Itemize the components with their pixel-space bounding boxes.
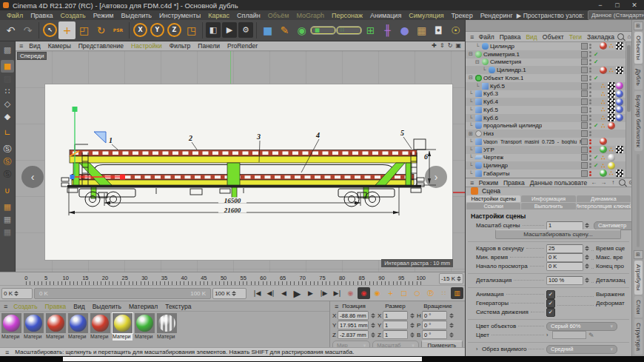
texture-tag-icon[interactable]: ∴ bbox=[608, 67, 615, 74]
object-menu-Правка[interactable]: Правка bbox=[497, 33, 523, 41]
material-menu-Правка[interactable]: Правка bbox=[41, 303, 70, 310]
viewport-menu-Представление[interactable]: Представление bbox=[75, 42, 127, 50]
status-menu-icon[interactable]: ≡ bbox=[3, 349, 11, 356]
visibility-toggle[interactable] bbox=[581, 122, 588, 129]
rotation-b-field[interactable]: B0 ° bbox=[417, 330, 454, 339]
tab-Информация[interactable]: Информация bbox=[521, 195, 575, 202]
lock-x-axis-button[interactable]: X bbox=[132, 21, 149, 39]
next-frame-button[interactable]: ▶ bbox=[304, 287, 317, 299]
field-checkbox[interactable]: ✓ bbox=[546, 290, 555, 299]
tab-Динамика[interactable]: Динамика bbox=[577, 195, 631, 202]
object-row-Цилиндр[interactable]: └Цилиндр∴ bbox=[466, 42, 631, 50]
phong-tag-icon[interactable] bbox=[616, 67, 623, 74]
enable-dots[interactable] bbox=[589, 44, 592, 50]
material-tag-icon[interactable] bbox=[616, 114, 623, 121]
node-space-select[interactable]: Данное (Стандартный/Физический)▾ bbox=[588, 10, 644, 20]
object-row-Низ[interactable]: ⊞Низ bbox=[466, 130, 631, 138]
enable-dots[interactable] bbox=[589, 155, 592, 161]
enable-dots[interactable] bbox=[589, 171, 592, 177]
menu-Анимация[interactable]: Анимация bbox=[366, 12, 405, 19]
expand-icon[interactable]: ⊟ bbox=[468, 75, 474, 81]
texture-tag-icon[interactable]: ∴ bbox=[600, 90, 607, 98]
key-pla-button[interactable]: ∷ bbox=[437, 287, 450, 299]
visibility-toggle[interactable] bbox=[581, 75, 588, 81]
tab-Выполнить[interactable]: Выполнить bbox=[521, 203, 575, 210]
object-row-Куб.5[interactable]: └Куб.5∴ bbox=[466, 106, 631, 114]
rotate-view-right-button[interactable]: › bbox=[425, 166, 447, 188]
object-row-Куб.3[interactable]: └Куб.3∴ bbox=[466, 90, 631, 98]
object-menu-Вид[interactable]: Вид bbox=[523, 33, 540, 41]
material-swatch-2[interactable]: Матери bbox=[24, 313, 44, 341]
phong-tag-icon[interactable] bbox=[608, 82, 615, 90]
field-input[interactable]: 0 K bbox=[546, 262, 583, 271]
object-row-продольный цилиндр[interactable]: └продольный цилиндр✓∴ bbox=[466, 122, 631, 130]
viewport-menu-ProRender[interactable]: ProRender bbox=[224, 42, 261, 50]
record-disabled-icon[interactable]: ◉ bbox=[344, 287, 357, 299]
visibility-toggle[interactable] bbox=[581, 43, 588, 50]
menu-Сплайн[interactable]: Сплайн bbox=[233, 12, 264, 19]
material-menu-Вид[interactable]: Вид bbox=[70, 303, 88, 310]
volume-button[interactable]: ● bbox=[396, 21, 413, 39]
material-menu-Текстура[interactable]: Текстура bbox=[161, 303, 195, 310]
object-row-Габариты[interactable]: └Габариты∴ bbox=[466, 170, 631, 178]
object-row-Симметрия[interactable]: ⊟Симметрия✓ bbox=[466, 58, 631, 67]
object-row-Симметрия.1[interactable]: ⊟Симметрия.1✓ bbox=[466, 50, 631, 58]
panel-tab-Объекты[interactable]: Объекты bbox=[634, 32, 643, 64]
enable-dots[interactable] bbox=[589, 147, 592, 152]
material-swatch-1[interactable]: Матери bbox=[1, 313, 22, 341]
position-y-field[interactable]: Y17.951 mm bbox=[332, 321, 375, 329]
tab-Настройки сцены[interactable]: Настройки сцены bbox=[466, 195, 520, 202]
render-view-button[interactable]: ◧ bbox=[206, 22, 221, 38]
scale-scene-button[interactable]: Масштабировать сцену... bbox=[495, 229, 621, 239]
enable-dots[interactable] bbox=[589, 139, 592, 145]
object-menu-Теги[interactable]: Теги bbox=[566, 33, 584, 41]
search-icon[interactable] bbox=[617, 33, 624, 40]
field-input[interactable]: 25 bbox=[546, 244, 583, 253]
enable-dots[interactable] bbox=[589, 51, 592, 57]
object-row-УГР[interactable]: └УГР∴ bbox=[466, 146, 631, 154]
workplane-lock-button[interactable]: ▦ bbox=[1, 213, 14, 226]
enable-dots[interactable] bbox=[589, 163, 592, 169]
lock-y-axis-button[interactable]: Y bbox=[149, 21, 166, 39]
material-tag-icon[interactable] bbox=[600, 170, 607, 177]
enable-dots[interactable] bbox=[589, 59, 592, 65]
material-tag-icon[interactable] bbox=[616, 90, 623, 98]
expand-icon[interactable]: ⊟ bbox=[474, 59, 480, 65]
enable-dots[interactable] bbox=[589, 115, 592, 121]
enable-dots[interactable] bbox=[589, 99, 592, 105]
field-input[interactable]: 100 % bbox=[546, 276, 583, 285]
material-tag-icon[interactable] bbox=[600, 67, 607, 74]
material-tag-icon[interactable] bbox=[616, 106, 623, 113]
enable-dots[interactable] bbox=[589, 107, 592, 113]
field-select[interactable]: Средний▾ bbox=[546, 345, 617, 354]
menu-Каркас[interactable]: Каркас bbox=[204, 12, 233, 19]
make-editable-button[interactable]: ▩ bbox=[1, 44, 14, 56]
visibility-toggle[interactable] bbox=[581, 98, 588, 105]
panel-tab-Атрибуты[interactable]: Атрибуты bbox=[634, 261, 643, 295]
object-row-Vagon_Transport_masini_0.725_-_boghiu_R1[interactable]: └Vagon_Transport_masini_0.725_-_boghiu_R… bbox=[466, 138, 631, 146]
array-button[interactable]: ⊞ bbox=[362, 21, 379, 39]
object-menu-Файл[interactable]: Файл bbox=[476, 33, 497, 41]
timeline-ruler[interactable]: 0510152025303540455055606570758085909510… bbox=[0, 272, 465, 286]
texture-tag-icon[interactable]: ∴ bbox=[608, 146, 615, 153]
viewport-menu-Фильтр[interactable]: Фильтр bbox=[166, 42, 195, 50]
recent-tool-psr[interactable]: PSR bbox=[110, 21, 127, 39]
timeline-range-slider[interactable]: 0 K100 K bbox=[34, 288, 211, 299]
generator-button[interactable]: ■ bbox=[310, 26, 336, 35]
scale-handle[interactable] bbox=[94, 132, 106, 143]
material-tag-icon[interactable] bbox=[600, 146, 607, 153]
spline-pen-button[interactable]: ✎ bbox=[276, 21, 293, 39]
texture-tag-icon[interactable]: ∴ bbox=[600, 162, 607, 170]
position-x-field[interactable]: X-88.86 mm bbox=[332, 311, 375, 320]
quantize-button[interactable]: Ⓢ bbox=[1, 168, 14, 181]
phong-tag-icon[interactable] bbox=[616, 170, 623, 177]
visibility-toggle[interactable] bbox=[581, 83, 588, 90]
rotate-tool[interactable]: ↻ bbox=[93, 21, 110, 39]
enabled-check-icon[interactable]: ✓ bbox=[594, 162, 600, 169]
up-arrow-icon[interactable]: ↑ bbox=[609, 178, 617, 187]
visibility-toggle[interactable] bbox=[581, 170, 588, 177]
texture-tag-icon[interactable]: ∴ bbox=[600, 154, 607, 161]
phong-tag-icon[interactable] bbox=[608, 106, 615, 113]
object-menu-Объект[interactable]: Объект bbox=[540, 33, 566, 41]
material-tag-icon[interactable] bbox=[616, 82, 623, 90]
